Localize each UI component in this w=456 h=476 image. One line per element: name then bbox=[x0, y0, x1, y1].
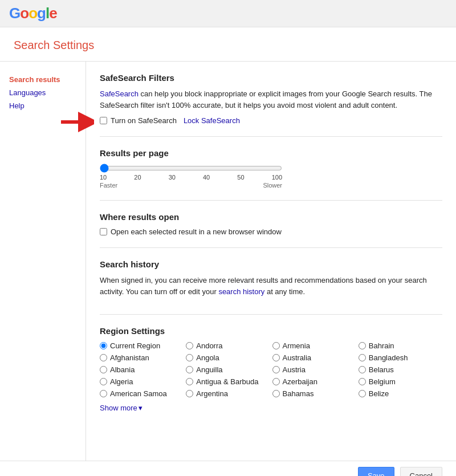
safesearch-section: SafeSearch Filters SafeSearch can help y… bbox=[100, 73, 442, 137]
region-name: American Samoa bbox=[110, 389, 167, 398]
safesearch-desc-text: can help you block inappropriate or expl… bbox=[100, 89, 432, 109]
region-radio[interactable] bbox=[359, 354, 366, 361]
region-option[interactable]: Antigua & Barbuda bbox=[186, 377, 270, 386]
region-option[interactable]: Current Region bbox=[100, 341, 184, 350]
region-radio[interactable] bbox=[272, 378, 280, 385]
region-radio[interactable] bbox=[272, 366, 280, 373]
safesearch-checkbox-text: Turn on SafeSearch bbox=[111, 116, 177, 125]
region-radio[interactable] bbox=[186, 366, 193, 373]
results-per-page-section: Results per page 10 20 30 40 50 100 Fast… bbox=[100, 148, 442, 201]
region-option[interactable]: Bangladesh bbox=[359, 353, 442, 362]
content-area: SafeSearch Filters SafeSearch can help y… bbox=[85, 62, 456, 461]
region-name: Bahrain bbox=[369, 341, 394, 350]
slider-left-label: Faster bbox=[100, 182, 117, 189]
slider-ends: Faster Slower bbox=[100, 182, 282, 189]
region-name: Armenia bbox=[283, 341, 310, 350]
safesearch-link[interactable]: SafeSearch bbox=[100, 89, 139, 98]
new-window-label-text: Open each selected result in a new brows… bbox=[111, 227, 282, 236]
header: Google bbox=[0, 0, 456, 27]
region-option[interactable]: Argentina bbox=[186, 389, 270, 398]
arrow-icon bbox=[60, 112, 94, 132]
region-option[interactable]: Afghanistan bbox=[100, 353, 184, 362]
show-more-text: Show more bbox=[100, 404, 137, 412]
safesearch-desc: SafeSearch can help you block inappropri… bbox=[100, 88, 442, 111]
new-window-checkbox[interactable] bbox=[100, 228, 107, 235]
region-name: Azerbaijan bbox=[283, 377, 317, 386]
region-radio[interactable] bbox=[359, 366, 366, 373]
region-name: Albania bbox=[110, 365, 135, 374]
region-radio[interactable] bbox=[186, 378, 193, 385]
region-name: Belarus bbox=[369, 365, 394, 374]
region-name: Bangladesh bbox=[369, 353, 408, 362]
region-name: Antigua & Barbuda bbox=[196, 377, 258, 386]
safesearch-title: SafeSearch Filters bbox=[100, 73, 442, 83]
region-grid: Current RegionAndorraArmeniaBahrainAfgha… bbox=[100, 341, 442, 398]
lock-safesearch-link[interactable]: Lock SafeSearch bbox=[184, 116, 240, 125]
region-radio[interactable] bbox=[359, 378, 366, 385]
region-name: Andorra bbox=[196, 341, 222, 350]
google-logo: Google bbox=[9, 5, 57, 22]
results-per-page-slider[interactable] bbox=[100, 164, 282, 173]
region-settings-section: Region Settings Current RegionAndorraArm… bbox=[100, 326, 442, 424]
region-option[interactable]: Anguilla bbox=[186, 365, 270, 374]
main-layout: Search results Languages Help SafeSearch… bbox=[0, 62, 456, 461]
search-history-link[interactable]: search history bbox=[218, 287, 264, 296]
region-name: Angola bbox=[196, 353, 219, 362]
bottom-buttons: Save Cancel bbox=[0, 461, 456, 476]
region-option[interactable]: Austria bbox=[272, 365, 356, 374]
region-radio[interactable] bbox=[272, 342, 280, 349]
safesearch-checkbox[interactable] bbox=[100, 117, 107, 124]
region-option[interactable]: Belize bbox=[359, 389, 442, 398]
safesearch-row: Turn on SafeSearch Lock SafeSearch bbox=[100, 116, 442, 125]
region-option[interactable]: American Samoa bbox=[100, 389, 184, 398]
show-more-link[interactable]: Show more ▾ bbox=[100, 404, 142, 412]
region-radio[interactable] bbox=[100, 366, 107, 373]
chevron-down-icon: ▾ bbox=[139, 404, 142, 412]
region-name: Belize bbox=[369, 389, 389, 398]
region-option[interactable]: Azerbaijan bbox=[272, 377, 356, 386]
region-radio[interactable] bbox=[186, 354, 193, 361]
region-settings-title: Region Settings bbox=[100, 326, 442, 336]
region-radio[interactable] bbox=[100, 390, 107, 397]
region-name: Belgium bbox=[369, 377, 396, 386]
region-radio[interactable] bbox=[272, 390, 280, 397]
region-radio[interactable] bbox=[100, 354, 107, 361]
slider-right-label: Slower bbox=[263, 182, 282, 189]
region-option[interactable]: Bahamas bbox=[272, 389, 356, 398]
region-radio[interactable] bbox=[186, 390, 193, 397]
page-title: Search Settings bbox=[14, 39, 442, 52]
region-radio[interactable] bbox=[272, 354, 280, 361]
region-radio[interactable] bbox=[359, 342, 366, 349]
region-name: Afghanistan bbox=[110, 353, 149, 362]
slider-ticks: 10 20 30 40 50 100 bbox=[100, 174, 282, 181]
search-history-title: Search history bbox=[100, 259, 442, 269]
region-radio[interactable] bbox=[100, 378, 107, 385]
region-option[interactable]: Angola bbox=[186, 353, 270, 362]
region-option[interactable]: Australia bbox=[272, 353, 356, 362]
region-name: Argentina bbox=[196, 389, 228, 398]
region-radio[interactable] bbox=[100, 342, 107, 349]
region-option[interactable]: Belarus bbox=[359, 365, 442, 374]
region-option[interactable]: Bahrain bbox=[359, 341, 442, 350]
search-history-desc: When signed in, you can receive more rel… bbox=[100, 275, 442, 297]
slider-container bbox=[100, 164, 442, 173]
cancel-button[interactable]: Cancel bbox=[400, 467, 442, 476]
region-option[interactable]: Algeria bbox=[100, 377, 184, 386]
region-option[interactable]: Armenia bbox=[272, 341, 356, 350]
page-title-bar: Search Settings bbox=[0, 27, 456, 62]
region-name: Algeria bbox=[110, 377, 133, 386]
sidebar-item-help[interactable]: Help bbox=[9, 99, 76, 112]
region-name: Australia bbox=[283, 353, 312, 362]
region-option[interactable]: Andorra bbox=[186, 341, 270, 350]
region-radio[interactable] bbox=[186, 342, 193, 349]
region-radio[interactable] bbox=[359, 390, 366, 397]
results-per-page-title: Results per page bbox=[100, 148, 442, 158]
new-window-checkbox-label[interactable]: Open each selected result in a new brows… bbox=[100, 227, 442, 236]
sidebar-item-languages[interactable]: Languages bbox=[9, 86, 76, 99]
safesearch-checkbox-label[interactable]: Turn on SafeSearch bbox=[100, 116, 177, 125]
sidebar-item-search-results[interactable]: Search results bbox=[9, 73, 76, 86]
save-button[interactable]: Save bbox=[358, 467, 394, 476]
region-option[interactable]: Belgium bbox=[359, 377, 442, 386]
region-option[interactable]: Albania bbox=[100, 365, 184, 374]
search-history-section: Search history When signed in, you can r… bbox=[100, 259, 442, 315]
